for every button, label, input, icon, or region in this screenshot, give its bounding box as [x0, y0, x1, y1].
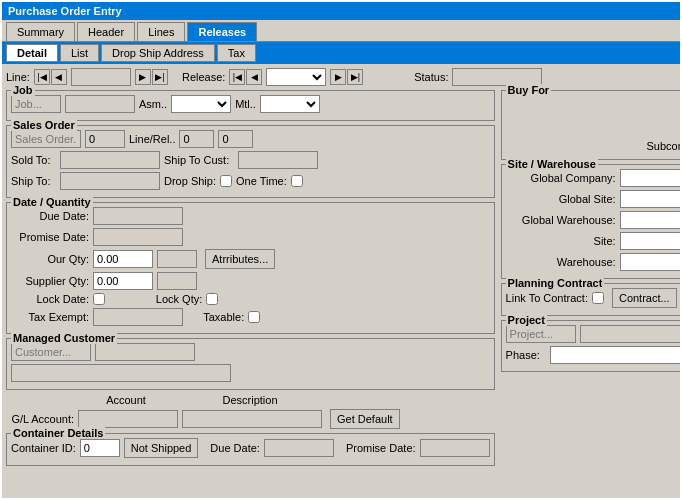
- line-rel-field2[interactable]: [218, 130, 253, 148]
- gl-account-label: G/L Account:: [6, 413, 74, 425]
- link-contract-label: Link To Contract:: [506, 292, 588, 304]
- site-dropdown[interactable]: [620, 232, 680, 250]
- toolbar: Detail List Drop Ship Address Tax: [2, 42, 680, 64]
- ship-to-cust-field[interactable]: [238, 151, 318, 169]
- project-field[interactable]: [506, 325, 576, 343]
- managed-customer-section: Managed Customer: [6, 338, 495, 390]
- container-row: Container ID: Not Shipped Due Date: Prom…: [11, 438, 490, 458]
- attributes-btn[interactable]: Atrributes...: [205, 249, 275, 269]
- our-qty-field[interactable]: [93, 250, 153, 268]
- toolbar-tab-list[interactable]: List: [60, 44, 99, 62]
- line-next-btn[interactable]: ▶: [135, 69, 151, 85]
- lock-date-label: Lock Date:: [11, 293, 89, 305]
- job-field[interactable]: [11, 95, 61, 113]
- one-time-checkbox[interactable]: [291, 175, 303, 187]
- buy-for-label: Buy For: [506, 84, 552, 96]
- gl-account-field[interactable]: [78, 410, 178, 428]
- our-qty-unit[interactable]: [157, 250, 197, 268]
- contract-btn[interactable]: Contract...: [612, 288, 677, 308]
- global-warehouse-row: Global Warehouse:: [506, 211, 680, 229]
- one-time-label: One Time:: [236, 175, 287, 187]
- line-nav: |◀ ◀: [34, 69, 67, 85]
- container-promise-date-field[interactable]: [420, 439, 490, 457]
- line-prev-btn[interactable]: ◀: [51, 69, 67, 85]
- toolbar-tab-drop-ship[interactable]: Drop Ship Address: [101, 44, 215, 62]
- container-due-date-field[interactable]: [264, 439, 334, 457]
- project-value[interactable]: [580, 325, 680, 343]
- line-first-btn[interactable]: |◀: [34, 69, 50, 85]
- sold-to-field[interactable]: [60, 151, 160, 169]
- link-contract-checkbox[interactable]: [592, 292, 604, 304]
- due-date-field[interactable]: [93, 207, 183, 225]
- toolbar-tab-tax[interactable]: Tax: [217, 44, 256, 62]
- site-warehouse-section: Site / Warehouse Global Company: Global …: [501, 164, 680, 279]
- gl-description-field[interactable]: [182, 410, 322, 428]
- job-section-label: Job: [11, 84, 35, 96]
- managed-customer-label: Managed Customer: [11, 332, 117, 344]
- release-first-btn[interactable]: |◀: [229, 69, 245, 85]
- global-site-dropdown[interactable]: [620, 190, 680, 208]
- sales-order-field[interactable]: [11, 130, 81, 148]
- ship-to-field[interactable]: [60, 172, 160, 190]
- job-material-row: Job Material:: [506, 125, 680, 137]
- release-next-btn[interactable]: ▶: [330, 69, 346, 85]
- project-row: [506, 325, 680, 343]
- sales-order-section: Sales Order Line/Rel.. Sold To: Ship To …: [6, 125, 495, 198]
- line-last-btn[interactable]: ▶|: [152, 69, 168, 85]
- container-id-field[interactable]: [80, 439, 120, 457]
- line-field[interactable]: [71, 68, 131, 86]
- customer-row2: [11, 364, 490, 382]
- line-label: Line:: [6, 71, 30, 83]
- customer-extra[interactable]: [11, 364, 231, 382]
- title-bar: Purchase Order Entry: [2, 2, 680, 20]
- not-shipped-btn[interactable]: Not Shipped: [124, 438, 199, 458]
- tab-releases[interactable]: Releases: [187, 22, 257, 41]
- release-nav2: ▶ ▶|: [330, 69, 363, 85]
- due-date-label: Due Date:: [11, 210, 89, 222]
- tab-lines[interactable]: Lines: [137, 22, 185, 41]
- line-rel-label: Line/Rel..: [129, 133, 175, 145]
- subcontract-label: Subcontract Operation:: [646, 140, 680, 152]
- sales-order-num[interactable]: [85, 130, 125, 148]
- lock-qty-checkbox[interactable]: [206, 293, 218, 305]
- toolbar-tab-detail[interactable]: Detail: [6, 44, 58, 62]
- get-default-btn[interactable]: Get Default: [330, 409, 400, 429]
- asm-label: Asm..: [139, 98, 167, 110]
- customer-field[interactable]: [11, 343, 91, 361]
- release-dropdown[interactable]: [266, 68, 326, 86]
- phase-row: Phase:: [506, 346, 680, 364]
- line-rel-field1[interactable]: [179, 130, 214, 148]
- ship-to-label: Ship To:: [11, 175, 56, 187]
- warehouse-row: Warehouse: ←: [506, 253, 680, 271]
- container-section: Container Details Container ID: Not Ship…: [6, 433, 495, 466]
- customer-value[interactable]: [95, 343, 195, 361]
- mtl-dropdown[interactable]: [260, 95, 320, 113]
- global-site-label: Global Site:: [506, 193, 616, 205]
- phase-dropdown[interactable]: [550, 346, 680, 364]
- release-prev-btn[interactable]: ◀: [246, 69, 262, 85]
- planning-contract-section: Planning Contract Link To Contract: Cont…: [501, 283, 680, 316]
- tax-exempt-field[interactable]: [93, 308, 183, 326]
- date-qty-label: Date / Quantity: [11, 196, 93, 208]
- supplier-qty-field[interactable]: [93, 272, 153, 290]
- buy-for-section: Buy For Inventory: Other: Job Material:: [501, 90, 680, 160]
- global-company-dropdown[interactable]: [620, 169, 680, 187]
- job-value-field[interactable]: [65, 95, 135, 113]
- global-warehouse-dropdown[interactable]: [620, 211, 680, 229]
- release-nav: |◀ ◀: [229, 69, 262, 85]
- lock-date-checkbox[interactable]: [93, 293, 105, 305]
- tab-header[interactable]: Header: [77, 22, 135, 41]
- promise-date-field[interactable]: [93, 228, 183, 246]
- asm-dropdown[interactable]: [171, 95, 231, 113]
- right-column: Buy For Inventory: Other: Job Material:: [501, 90, 680, 470]
- warehouse-dropdown[interactable]: [620, 253, 680, 271]
- release-last-btn[interactable]: ▶|: [347, 69, 363, 85]
- tab-summary[interactable]: Summary: [6, 22, 75, 41]
- taxable-checkbox[interactable]: [248, 311, 260, 323]
- drop-ship-checkbox[interactable]: [220, 175, 232, 187]
- supplier-qty-unit[interactable]: [157, 272, 197, 290]
- main-area: Job Asm.. Mtl.. Sales Order: [6, 90, 676, 470]
- window-title: Purchase Order Entry: [8, 5, 122, 17]
- container-section-label: Container Details: [11, 427, 105, 439]
- warehouse-label: Warehouse:: [506, 256, 616, 268]
